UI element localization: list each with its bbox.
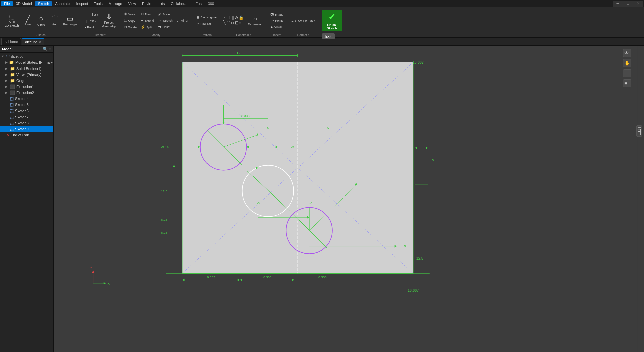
tree-item-sketch8[interactable]: ⬚ Sketch8 <box>0 120 53 126</box>
dimension-button[interactable]: ↔ Dimension <box>246 14 264 27</box>
sketch7-label: Sketch7 <box>15 115 29 119</box>
home-icon: ⌂ <box>4 39 7 44</box>
tree-item-dice[interactable]: ▼ ⬚ dice.ipt <box>0 53 53 59</box>
line-button[interactable]: ╱ Line <box>21 14 34 27</box>
view-icon: 📁 <box>10 72 15 77</box>
constrain-icon-8[interactable]: ↦ <box>231 20 234 26</box>
exit-button[interactable]: Exit <box>322 33 335 39</box>
modify-buttons: ✥ Move ❏ Copy ↻ Rotate ✂ Trim ⤙ <box>122 9 190 33</box>
close-button[interactable]: ✕ <box>633 1 643 7</box>
tree-item-extrusion1[interactable]: ▶ ⬛ Extrusion1 <box>0 84 53 90</box>
tree-item-sketch5[interactable]: ⬚ Sketch5 <box>0 102 53 108</box>
menu-environments[interactable]: Environments <box>139 1 167 6</box>
home-tab[interactable]: ⌂ Home <box>1 38 21 45</box>
pan-tool[interactable]: ✋ <box>623 59 631 67</box>
start-2d-sketch-button[interactable]: ⬚ Start2D Sketch <box>3 13 21 29</box>
dim-8333-bottom3: 8.333 <box>318 275 327 279</box>
show-format-label: Show Format ▾ <box>295 19 315 23</box>
fit-view[interactable]: ⬚ <box>623 69 631 77</box>
arc-button[interactable]: ⌒ Arc <box>48 14 61 27</box>
tree-item-view[interactable]: ▶ 📁 View: [Primary] <box>0 72 53 78</box>
dice-tab-close[interactable]: ✕ <box>39 40 41 44</box>
menu-view[interactable]: View <box>125 1 139 6</box>
tree-item-extrusion2[interactable]: ▶ ⬛ Extrusion2 <box>0 90 53 96</box>
project-geometry-button[interactable]: ⇩ ProjectGeometry <box>101 12 118 29</box>
circle-button[interactable]: ○ Circle <box>35 14 48 28</box>
copy-button[interactable]: ❏ Copy <box>122 18 139 24</box>
constrain-icon-1[interactable]: ↔ <box>223 15 227 20</box>
constrain-icon-4[interactable]: ⊙ <box>235 15 238 20</box>
tree-item-end-of-part[interactable]: ✕ End of Part <box>0 132 53 138</box>
point-button[interactable]: · Point <box>83 25 100 30</box>
constrain-icon-9[interactable]: ⊟ <box>235 20 238 26</box>
model-tab[interactable]: Model <box>2 47 13 51</box>
offset-label: Offset <box>162 25 170 29</box>
canvas-area[interactable]: 12.5 16.667 12.5 16.667 <box>54 46 644 352</box>
fillet-button[interactable]: ⌒ Fillet ▾ <box>83 11 100 18</box>
constrain-icon-3[interactable]: ∥ <box>232 15 234 20</box>
search-icon[interactable]: 🔍 <box>43 47 48 51</box>
menu-collaborate[interactable]: Collaborate <box>168 1 192 6</box>
split-button[interactable]: ⚡ Split <box>139 24 156 30</box>
dice-tab-label: dice.ipt <box>25 40 37 44</box>
mirror-button[interactable]: ⇌ Mirror <box>175 18 190 24</box>
scale-button[interactable]: ⤢ Scale <box>156 12 174 17</box>
maximize-button[interactable]: □ <box>623 1 633 7</box>
menu-3dmodel[interactable]: 3D Model <box>13 1 35 6</box>
sketch7-icon: ⬚ <box>10 115 14 119</box>
rectangle-button[interactable]: ▭ Rectangle <box>62 14 79 27</box>
move-button[interactable]: ✥ Move <box>122 11 139 17</box>
settings-tool[interactable]: ≡ <box>623 79 631 87</box>
tree-item-sketch6[interactable]: ⬚ Sketch6 <box>0 108 53 114</box>
mirror-label: Mirror <box>181 19 189 23</box>
constrain-icon-10[interactable]: ≡ <box>239 20 241 26</box>
circular-pattern-icon: ⊙ <box>196 22 199 26</box>
menu-annotate[interactable]: Annotate <box>52 1 73 6</box>
image-button[interactable]: 🖼 Image <box>269 12 285 17</box>
home-tab-label: Home <box>8 40 18 44</box>
menu-inspect[interactable]: Inspect <box>74 1 91 6</box>
constrain-icon-6[interactable]: ╲ <box>223 20 226 26</box>
extrusion1-icon: ⬛ <box>10 84 15 89</box>
text-button[interactable]: T Text ▾ <box>83 18 100 24</box>
acad-button[interactable]: A ACAD <box>269 25 285 30</box>
rectangular-button[interactable]: ⊞ Rectangular <box>195 15 219 20</box>
menu-sketch[interactable]: Sketch <box>35 1 52 6</box>
menu-tools[interactable]: Tools <box>91 1 105 6</box>
tree-item-sketch9[interactable]: ⬚ Sketch9 <box>0 126 53 132</box>
dice-tab[interactable]: dice.ipt ✕ <box>22 38 44 45</box>
extend-label: Extend <box>145 19 154 23</box>
constrain-icon-5[interactable]: 🔒 <box>239 15 244 20</box>
tree-item-sketch7[interactable]: ⬚ Sketch7 <box>0 114 53 120</box>
tree-item-origin[interactable]: ▶ 📁 Origin <box>0 78 53 84</box>
rotate-button[interactable]: ↻ Rotate <box>122 24 139 30</box>
tree-item-sketch4[interactable]: ⬚ Sketch4 <box>0 96 53 102</box>
expand-sketch8 <box>5 121 9 125</box>
stretch-button[interactable]: ↔ Stretch <box>156 18 174 24</box>
offset-button[interactable]: ⊐ Offset <box>156 24 174 30</box>
menu-manage[interactable]: Manage <box>106 1 125 6</box>
constrain-icon-2[interactable]: ⊥ <box>228 15 231 20</box>
main-layout: Model + 🔍 ≡ ▼ ⬚ dice.ipt ▶ 📁 Model State… <box>0 46 644 352</box>
view-cube[interactable]: 👁 <box>623 49 631 57</box>
circular-pattern-button[interactable]: ⊙ Circular <box>195 21 219 27</box>
toolbar-group-pattern: ⊞ Rectangular ⊙ Circular Pattern <box>193 9 221 37</box>
start-2d-sketch-icon: ⬚ <box>9 14 15 20</box>
expand-sketch6 <box>5 109 9 113</box>
menu-icon[interactable]: ≡ <box>49 47 51 51</box>
tree-item-model-states[interactable]: ▶ 📁 Model States: [Primary] <box>0 59 53 65</box>
extend-button[interactable]: ⤙ Extend <box>139 18 156 24</box>
points-button[interactable]: ⋯ Points <box>269 18 285 24</box>
sketch-group-label: Sketch <box>36 33 46 37</box>
tree-item-solid-bodies[interactable]: ▶ 📁 Solid Bodies(1) <box>0 65 53 72</box>
model-states-icon: 📁 <box>9 60 14 65</box>
add-tab[interactable]: + <box>14 47 16 51</box>
trim-button[interactable]: ✂ Trim <box>139 11 156 17</box>
finish-sketch-button[interactable]: ✓ FinishSketch <box>322 10 342 31</box>
menu-file[interactable]: File <box>1 1 13 6</box>
constrain-icon-7[interactable]: ⌒ <box>226 20 230 26</box>
insert-buttons: 🖼 Image ⋯ Points A ACAD <box>269 9 285 33</box>
model-states-label: Model States: [Primary] <box>15 60 53 64</box>
show-format-button[interactable]: ≡ Show Format ▾ <box>290 18 316 24</box>
minimize-button[interactable]: ─ <box>613 1 623 7</box>
